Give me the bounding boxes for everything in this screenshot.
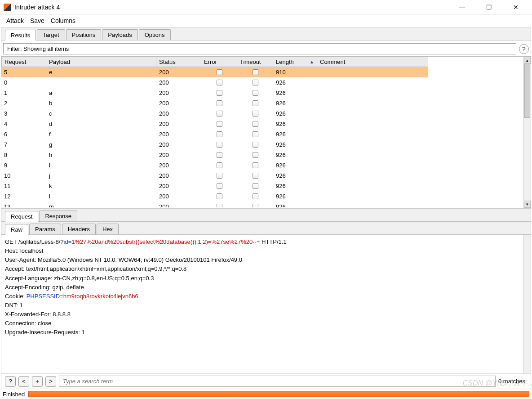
cell-length: 926	[273, 139, 317, 150]
checkbox-icon	[253, 173, 258, 179]
request-scrollbar[interactable]	[523, 235, 531, 373]
scroll-thumb[interactable]	[524, 64, 530, 118]
table-row[interactable]: 0200926	[1, 77, 531, 88]
table-row[interactable]: 2b200926	[1, 98, 531, 108]
tab-headers[interactable]: Headers	[62, 224, 96, 234]
request-header-line: X-Forwarded-For: 8.8.8.8	[5, 310, 527, 319]
cell-status: 200	[156, 77, 201, 88]
checkbox-icon	[217, 204, 222, 207]
menu-columns[interactable]: Columns	[49, 16, 77, 25]
col-timeout[interactable]: Timeout	[237, 57, 273, 67]
checkbox-icon	[253, 131, 258, 137]
cell-request: 2	[1, 98, 46, 108]
tab-options[interactable]: Options	[139, 29, 171, 40]
checkbox-icon	[253, 90, 258, 96]
request-header-line: User-Agent: Mozilla/5.0 (Windows NT 10.0…	[5, 256, 527, 265]
table-row[interactable]: 1a200926	[1, 88, 531, 98]
menu-attack[interactable]: Attack	[4, 16, 26, 25]
cell-status: 200	[156, 191, 201, 202]
cell-length: 926	[273, 191, 317, 202]
checkbox-icon	[253, 121, 258, 127]
search-add-button[interactable]: +	[32, 376, 43, 387]
cell-comment	[317, 129, 428, 139]
cell-error	[201, 108, 237, 119]
cell-request: 0	[1, 77, 46, 88]
cell-status: 200	[156, 88, 201, 98]
request-header-line: Connection: close	[5, 319, 527, 328]
request-header-line: Accept-Language: zh-CN,zh;q=0.8,en-US;q=…	[5, 274, 527, 283]
table-row[interactable]: 10j200926	[1, 170, 531, 181]
tab-raw[interactable]: Raw	[5, 224, 28, 235]
cell-payload: e	[46, 67, 156, 77]
help-icon[interactable]: ?	[519, 44, 529, 54]
checkbox-icon	[253, 193, 258, 199]
cell-timeout	[237, 191, 273, 202]
content-area: Results Target Positions Payloads Option…	[1, 27, 531, 389]
cell-request: 4	[1, 119, 46, 129]
cell-error	[201, 170, 237, 181]
close-button[interactable]: ✕	[507, 4, 525, 11]
tab-payloads[interactable]: Payloads	[102, 29, 137, 40]
cell-status: 200	[156, 139, 201, 150]
cell-timeout	[237, 181, 273, 191]
table-row[interactable]: 6f200926	[1, 129, 531, 139]
table-row[interactable]: 7g200926	[1, 139, 531, 150]
checkbox-icon	[253, 183, 258, 189]
titlebar: Intruder attack 4 — ☐ ✕	[0, 0, 532, 14]
checkbox-icon	[217, 121, 222, 127]
checkbox-icon	[217, 173, 222, 179]
cell-comment	[317, 202, 428, 207]
vertical-scrollbar[interactable]: ▴ ▾	[523, 57, 531, 208]
col-request[interactable]: Request	[1, 57, 46, 67]
table-row[interactable]: 5e200910	[1, 67, 531, 77]
tab-results[interactable]: Results	[5, 30, 36, 40]
checkbox-icon	[253, 152, 258, 158]
menu-save[interactable]: Save	[28, 16, 46, 25]
col-comment[interactable]: Comment	[317, 57, 428, 67]
match-count: 0 matches	[498, 378, 527, 385]
col-status[interactable]: Status	[156, 57, 201, 67]
request-body[interactable]: GET /sqlilabs/Less-8/?id=1%27%20and%20su…	[1, 235, 531, 373]
search-prev-button[interactable]: <	[18, 376, 29, 387]
cell-timeout	[237, 67, 273, 77]
main-tabs: Results Target Positions Payloads Option…	[1, 27, 531, 40]
search-help-button[interactable]: ?	[5, 376, 16, 387]
cell-request: 3	[1, 108, 46, 119]
cell-payload: h	[46, 150, 156, 160]
cell-error	[201, 67, 237, 77]
checkbox-icon	[217, 193, 222, 199]
tab-response[interactable]: Response	[39, 211, 77, 221]
minimize-button[interactable]: —	[453, 4, 471, 11]
col-length[interactable]: Length▲	[273, 57, 317, 67]
tab-positions[interactable]: Positions	[66, 29, 102, 40]
results-table: Request Payload Status Error Timeout Len…	[1, 56, 531, 208]
table-row[interactable]: 11k200926	[1, 181, 531, 191]
tab-params[interactable]: Params	[29, 224, 61, 234]
scroll-down-icon[interactable]: ▾	[524, 201, 531, 208]
table-row[interactable]: 9i200926	[1, 160, 531, 170]
maximize-button[interactable]: ☐	[480, 4, 498, 11]
table-row[interactable]: 3c200926	[1, 108, 531, 119]
checkbox-icon	[217, 142, 222, 148]
cell-comment	[317, 191, 428, 202]
scroll-up-icon[interactable]: ▴	[524, 57, 531, 64]
cell-request: 13	[1, 202, 46, 207]
table-row[interactable]: 8h200926	[1, 150, 531, 160]
table-header: Request Payload Status Error Timeout Len…	[1, 57, 531, 67]
cell-request: 1	[1, 88, 46, 98]
table-row[interactable]: 4d200926	[1, 119, 531, 129]
tab-target[interactable]: Target	[37, 29, 65, 40]
cell-payload: c	[46, 108, 156, 119]
tab-hex[interactable]: Hex	[97, 224, 119, 234]
statusbar: Finished	[0, 389, 532, 399]
filter-box[interactable]: Filter: Showing all items	[3, 43, 516, 54]
col-payload[interactable]: Payload	[46, 57, 156, 67]
search-next-button[interactable]: >	[45, 376, 56, 387]
tab-request[interactable]: Request	[5, 211, 38, 222]
col-error[interactable]: Error	[201, 57, 237, 67]
checkbox-icon	[217, 80, 222, 85]
cell-error	[201, 202, 237, 207]
table-row[interactable]: 13m200926	[1, 202, 531, 207]
table-row[interactable]: 12l200926	[1, 191, 531, 202]
search-input[interactable]	[59, 376, 496, 387]
